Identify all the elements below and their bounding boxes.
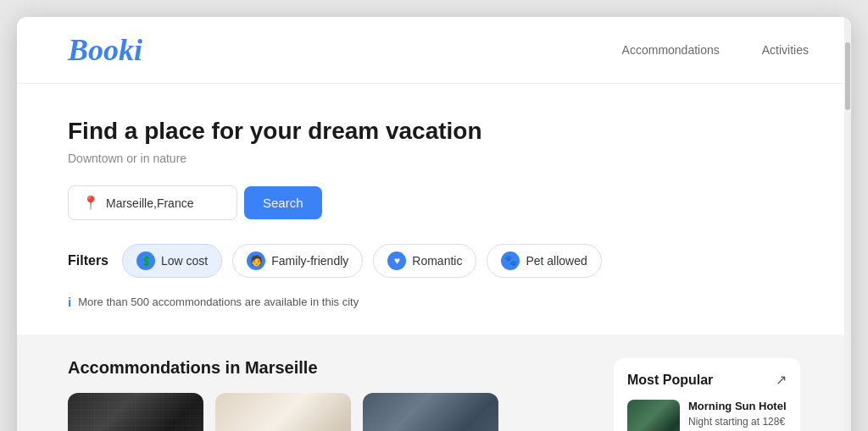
filter-romantic-label: Romantic	[412, 254, 462, 268]
filter-pet-label: Pet allowed	[526, 254, 587, 268]
filters-row: Filters 💲 Low cost 🧑 Family-friendly ♥ R…	[68, 244, 800, 278]
paw-icon: 🐾	[501, 251, 520, 270]
nav-links: Accommondations Activities	[622, 43, 809, 57]
location-icon: 📍	[82, 195, 99, 211]
hero-title: Find a place for your dream vacation	[68, 118, 800, 145]
accommodations-left: Accommondations in Marseille	[68, 358, 597, 431]
accommodations-title: Accommondations in Marseille	[68, 358, 597, 378]
search-input[interactable]	[106, 196, 216, 210]
search-bar: 📍 Search	[68, 185, 800, 220]
filters-label: Filters	[68, 253, 108, 268]
hero-subtitle: Downtown or in nature	[68, 152, 800, 165]
search-button[interactable]: Search	[244, 186, 322, 219]
accommodation-card-1[interactable]	[68, 393, 203, 431]
most-popular-panel: Most Popular ↗ Morning Sun Hotel Night s…	[614, 358, 800, 431]
filter-low-cost-label: Low cost	[161, 254, 208, 268]
heart-icon: ♥	[387, 251, 406, 270]
nav-accommodations[interactable]: Accommondations	[622, 43, 720, 57]
navbar: Booki Accommondations Activities	[17, 17, 851, 84]
search-input-wrapper[interactable]: 📍	[68, 185, 237, 220]
popular-hotel-info: Morning Sun Hotel Night starting at 128€…	[688, 400, 787, 431]
accommodation-card-2[interactable]	[215, 393, 351, 431]
popular-hotel-name: Morning Sun Hotel	[688, 400, 787, 412]
accommodation-card-3[interactable]	[363, 393, 498, 431]
info-text: More than 500 accommondations are availa…	[78, 296, 359, 308]
accommodations-cards	[68, 393, 597, 431]
popular-hotel-price: Night starting at 128€	[688, 416, 787, 428]
nav-activities[interactable]: Activities	[762, 43, 809, 57]
filter-romantic[interactable]: ♥ Romantic	[373, 244, 476, 278]
info-icon: i	[68, 295, 71, 309]
popular-hotel-image	[627, 400, 680, 431]
family-icon: 🧑	[247, 251, 265, 270]
browser-window: Booki Accommondations Activities Find a …	[17, 17, 851, 431]
filter-family-friendly[interactable]: 🧑 Family-friendly	[232, 244, 363, 278]
filter-low-cost[interactable]: 💲 Low cost	[122, 244, 222, 278]
filter-family-label: Family-friendly	[271, 254, 348, 268]
scrollbar[interactable]	[844, 17, 851, 431]
filter-pet-allowed[interactable]: 🐾 Pet allowed	[487, 244, 601, 278]
accommodations-section: Accommondations in Marseille Most Popula…	[17, 334, 851, 431]
popular-hotel-card[interactable]: Morning Sun Hotel Night starting at 128€…	[627, 400, 787, 431]
info-row: i More than 500 accommondations are avai…	[68, 295, 800, 309]
brand-logo: Booki	[68, 32, 142, 68]
low-cost-icon: 💲	[136, 251, 155, 270]
popular-title: Most Popular	[627, 373, 713, 388]
scrollbar-thumb	[845, 42, 850, 110]
hero-section: Find a place for your dream vacation Dow…	[17, 84, 851, 334]
popular-header: Most Popular ↗	[627, 372, 787, 388]
chart-icon: ↗	[776, 372, 787, 388]
